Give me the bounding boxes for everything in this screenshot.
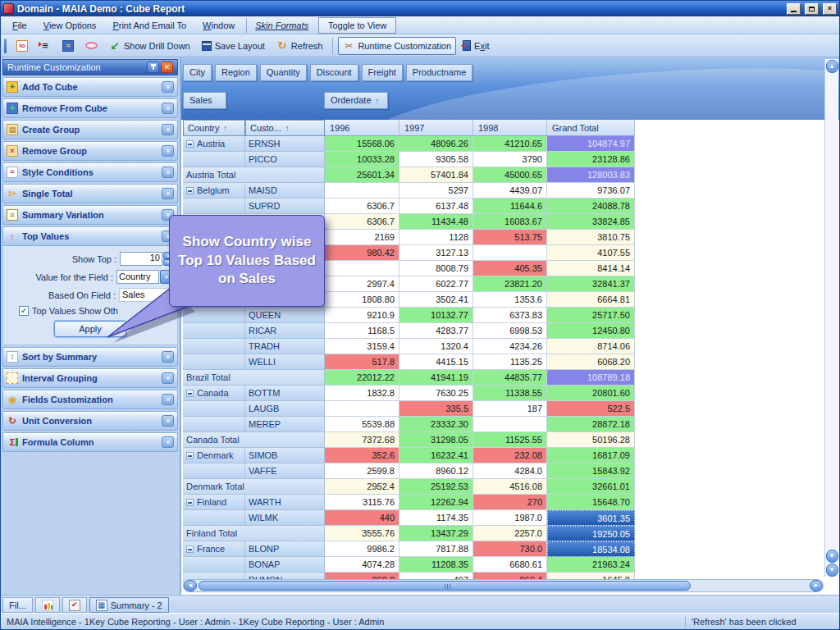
grid-cell[interactable]: 6137.48	[399, 199, 473, 214]
scroll-right-icon[interactable]: ►	[810, 580, 823, 591]
grid-cell[interactable]: 352.6	[325, 448, 399, 463]
restore-button[interactable]	[805, 3, 819, 15]
customer-cell[interactable]: BLONP	[245, 541, 325, 557]
drill-list-icon-button[interactable]: ≡	[34, 37, 56, 55]
sales-field-button[interactable]: Sales	[183, 92, 226, 109]
orderdate-field-button[interactable]: Orderdate↑	[324, 92, 388, 109]
customer-cell[interactable]: WELLI	[245, 354, 325, 370]
grid-cell[interactable]: 23128.86	[547, 152, 635, 167]
grid-cell[interactable]: 513.75	[473, 230, 547, 245]
column-header-1996[interactable]: 1996	[325, 120, 399, 136]
grid-cell[interactable]: 7372.68	[325, 432, 399, 448]
grid-cell[interactable]: 11434.48	[399, 214, 473, 230]
grid-cell[interactable]: 32661.01	[547, 479, 635, 495]
grid-cell[interactable]: 44835.77	[473, 370, 547, 386]
menu-item-window[interactable]: Window	[194, 18, 243, 33]
grid-cell[interactable]: 57401.84	[399, 167, 473, 183]
grid-cell[interactable]: 25601.34	[325, 167, 399, 183]
grid-cell[interactable]: 3127.13	[399, 245, 473, 261]
sidebar-item-summary-variation[interactable]: ≡Summary Variation»	[2, 205, 178, 225]
grid-cell[interactable]: 21963.24	[547, 557, 635, 573]
grid-cell[interactable]: 3555.76	[325, 526, 399, 541]
menu-item-toggle-to-view[interactable]: Toggle to View	[318, 17, 396, 34]
grid-cell[interactable]: 6306.7	[325, 214, 399, 230]
column-header-1997[interactable]: 1997	[399, 120, 473, 136]
grid-cell[interactable]: 4415.15	[399, 354, 473, 370]
grid-cell[interactable]: 9736.07	[547, 183, 635, 199]
grid-cell[interactable]: 15843.92	[547, 463, 635, 479]
chevron-double-down-icon[interactable]: »	[162, 394, 174, 405]
grid-cell[interactable]: 4516.08	[473, 479, 547, 495]
tab-summary-2[interactable]: ▦Summary - 2	[89, 597, 169, 613]
country-cell[interactable]	[183, 557, 245, 573]
grid-cell[interactable]: 3115.76	[325, 495, 399, 510]
grid-cell[interactable]: 24088.78	[547, 199, 635, 214]
exit-button[interactable]: Exit	[458, 37, 494, 54]
layout-icon-button[interactable]: ≍	[57, 37, 79, 55]
grid-cell[interactable]: 3790	[473, 152, 547, 167]
save-layout-button[interactable]: Save Layout	[197, 38, 270, 54]
customer-cell[interactable]: BOTTM	[245, 386, 325, 401]
grid-cell[interactable]: 25717.50	[547, 308, 635, 323]
grid-cell[interactable]: 405.35	[473, 261, 547, 276]
chevron-double-down-icon[interactable]: »	[162, 372, 174, 384]
grid-cell[interactable]: 8960.12	[399, 463, 473, 479]
sidebar-item-remove-group[interactable]: ✕Remove Group»	[2, 141, 178, 161]
sidebar-item-formula-column[interactable]: ΣFormula Column»	[2, 432, 178, 452]
total-row-label[interactable]: Canada Total	[183, 432, 325, 448]
grid-cell[interactable]: 41941.19	[399, 370, 473, 386]
country-cell[interactable]	[183, 401, 245, 417]
grid-cell[interactable]: 8714.06	[547, 339, 635, 354]
refresh-button[interactable]: ↻Refresh	[272, 37, 328, 55]
column-header-country[interactable]: Country↑	[183, 120, 245, 136]
sidebar-item-sort-by-summary[interactable]: ↕Sort by Summary»	[2, 347, 178, 367]
grid-cell[interactable]: 12450.80	[547, 323, 635, 339]
horizontal-scrollbar[interactable]: ◄ ►	[183, 579, 824, 592]
grid-cell[interactable]: 13437.29	[399, 526, 473, 541]
show-drill-down-button[interactable]: ↙Show Drill Down	[104, 37, 195, 55]
grid-cell[interactable]: 4284.0	[473, 463, 547, 479]
grid-cell[interactable]: 31298.05	[399, 432, 473, 448]
grid-cell[interactable]: 28872.18	[547, 417, 635, 432]
grid-cell[interactable]: 6373.83	[473, 308, 547, 323]
field-button-city[interactable]: City	[183, 64, 212, 81]
customer-cell[interactable]: MEREP	[245, 417, 325, 432]
country-cell[interactable]	[183, 417, 245, 432]
country-cell[interactable]	[183, 463, 245, 479]
customer-cell[interactable]: LAUGB	[245, 401, 325, 417]
grid-cell[interactable]: 23332.30	[399, 417, 473, 432]
chevron-double-down-icon[interactable]: »	[162, 145, 174, 157]
grid-cell[interactable]: 11338.55	[473, 386, 547, 401]
chevron-double-down-icon[interactable]: »	[162, 436, 174, 448]
sidebar-item-unit-conversion[interactable]: ↻Unit Conversion»	[2, 411, 178, 431]
grid-cell[interactable]: 7630.25	[399, 386, 473, 401]
grid-cell[interactable]: 32841.37	[547, 276, 635, 292]
grid-cell[interactable]: 18534.08	[547, 541, 635, 557]
chevron-double-down-icon[interactable]: »	[162, 124, 174, 135]
grid-cell[interactable]: 128003.83	[547, 167, 635, 183]
country-cell[interactable]: Finland	[183, 495, 245, 510]
value-field-value[interactable]: Country	[116, 270, 159, 284]
show-top-input[interactable]: 10	[120, 252, 162, 266]
grid-cell[interactable]: 6022.77	[399, 276, 473, 292]
grid-cell[interactable]: 9210.9	[325, 308, 399, 323]
sidebar-item-single-total[interactable]: 1+Single Total»	[2, 184, 178, 203]
grid-cell[interactable]: 6680.61	[473, 557, 547, 573]
grid-cell[interactable]: 5297	[399, 183, 473, 199]
country-cell[interactable]	[183, 339, 245, 354]
field-button-freight[interactable]: Freight	[362, 64, 403, 81]
sidebar-item-remove-from-cube[interactable]: +Remove From Cube»	[2, 98, 178, 118]
collapse-icon[interactable]	[186, 390, 194, 397]
grid-cell[interactable]: 980.42	[325, 245, 399, 261]
grid-cell[interactable]: 19250.05	[547, 526, 635, 541]
country-cell[interactable]: Denmark	[183, 448, 245, 463]
grid-cell[interactable]: 11525.55	[473, 432, 547, 448]
grid-cell[interactable]: 1987.0	[473, 510, 547, 526]
country-cell[interactable]	[183, 199, 245, 214]
chevron-double-down-icon[interactable]: »	[162, 188, 174, 199]
sidebar-item-style-conditions[interactable]: =Style Conditions»	[2, 162, 178, 182]
grid-cell[interactable]	[325, 183, 399, 199]
grid-cell[interactable]: 33824.85	[547, 214, 635, 230]
grid-cell[interactable]: 2169	[325, 230, 399, 245]
collapse-icon[interactable]	[186, 546, 194, 553]
